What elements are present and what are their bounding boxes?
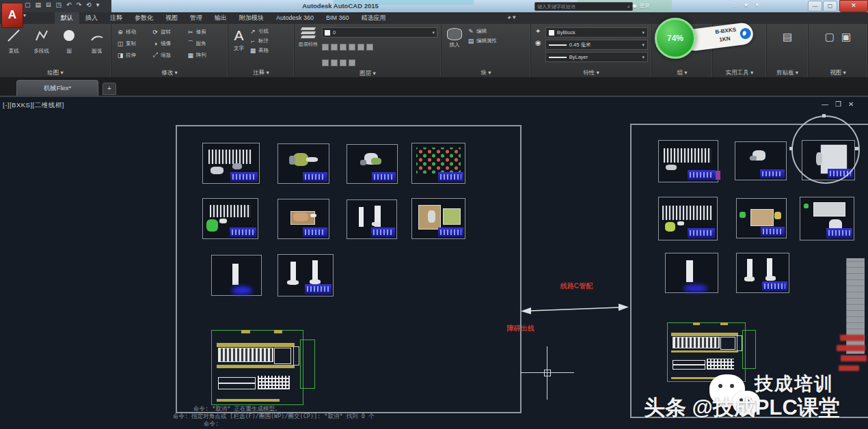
- saveas-icon[interactable]: ◳: [56, 1, 62, 8]
- block-tool-编辑[interactable]: ✎编辑: [467, 28, 497, 35]
- modify-tool-修剪[interactable]: ✂修剪: [187, 29, 222, 36]
- modify-tool-镜像[interactable]: ◑镜像: [152, 39, 187, 48]
- 圆-tool-button[interactable]: 圆: [62, 28, 77, 55]
- panel-label-view[interactable]: 视图 ▾: [809, 68, 867, 77]
- block-thumbnail[interactable]: [202, 198, 258, 239]
- block-thumbnail[interactable]: [658, 197, 718, 240]
- panel-label-annotate[interactable]: 注释 ▾: [228, 68, 294, 77]
- panel-label-utilities[interactable]: 实用工具 ▾: [713, 68, 766, 77]
- drawing-close-button[interactable]: ✕: [848, 100, 854, 108]
- viewport-icon[interactable]: ▢: [825, 31, 835, 43]
- titlebar-helper-icon[interactable]: ★: [743, 1, 748, 8]
- modify-tool-圆角[interactable]: ⌒圆角: [187, 39, 222, 48]
- panel-label-block[interactable]: 块 ▾: [442, 68, 530, 77]
- ribbon-tab-参数化[interactable]: 参数化: [128, 12, 159, 24]
- modify-tool-拉伸[interactable]: ◨拉伸: [117, 51, 152, 59]
- ribbon-tab-输出[interactable]: 输出: [208, 12, 233, 24]
- drawing-restore-button[interactable]: ❐: [835, 100, 841, 108]
- block-thumbnail[interactable]: [277, 143, 329, 184]
- assembly-drawing[interactable]: [665, 320, 757, 385]
- titlebar-helper-icon[interactable]: ⌂: [733, 1, 736, 8]
- lineweight-dropdown[interactable]: 0.45 毫米 ▾: [545, 40, 648, 50]
- block-thumbnail[interactable]: [658, 140, 718, 182]
- signin-button[interactable]: ◉ 登录: [632, 2, 650, 10]
- layer-properties-button[interactable]: 图层特性: [299, 27, 318, 69]
- drawing-canvas[interactable]: [-][BXKS][二维线框] — ❐ ✕ 线路C管配 障碍出线 命令: *取消…: [0, 96, 868, 429]
- assembly-drawing[interactable]: [209, 327, 317, 409]
- application-menu-caret-icon[interactable]: ▾: [23, 12, 26, 18]
- linetype-dropdown[interactable]: ByLayer ▾: [545, 52, 648, 62]
- 圆弧-tool-button[interactable]: 圆弧: [90, 28, 105, 55]
- match-properties-icon[interactable]: ✦: [535, 27, 541, 35]
- block-thumbnail[interactable]: [277, 254, 334, 296]
- object-color-dropdown[interactable]: ByBlock ▾: [545, 27, 648, 38]
- undo-icon[interactable]: ↷: [77, 1, 82, 8]
- block-thumbnail[interactable]: [411, 198, 465, 239]
- search-input[interactable]: 键入关键字或短语 ⌕: [534, 2, 633, 11]
- search-icon[interactable]: ⌕: [627, 3, 630, 10]
- panel-label-properties[interactable]: 特性 ▾: [531, 68, 651, 77]
- block-thumbnail[interactable]: [800, 197, 854, 240]
- block-tool-编辑属性[interactable]: ▤编辑属性: [467, 38, 497, 44]
- print-icon[interactable]: ↶: [66, 1, 72, 8]
- block-thumbnail[interactable]: [665, 253, 718, 293]
- insert-block-button[interactable]: 插入: [447, 28, 462, 68]
- layer-tool-icons[interactable]: [322, 57, 437, 69]
- panel-label-clipboard[interactable]: 剪贴板 ▾: [767, 68, 808, 77]
- panel-label-groups[interactable]: 组 ▾: [652, 68, 712, 77]
- annotate-tool-标注[interactable]: ⌐标注: [249, 38, 269, 44]
- open-icon[interactable]: ▤: [36, 1, 42, 8]
- block-thumbnail[interactable]: [411, 143, 465, 184]
- ribbon-tab-视图[interactable]: 视图: [159, 12, 184, 24]
- modify-tool-旋转[interactable]: ⟳旋转: [152, 29, 187, 36]
- layer-tool-icons[interactable]: [322, 41, 437, 53]
- color-wheel-icon[interactable]: ◉: [535, 39, 541, 46]
- viewport-controls-label[interactable]: [-][BXKS][二维线框]: [3, 101, 64, 110]
- ribbon-tab-附加模块[interactable]: 附加模块: [233, 12, 270, 24]
- block-thumbnail[interactable]: [211, 255, 262, 296]
- ribbon-tab-插入[interactable]: 插入: [79, 12, 104, 24]
- minimize-button[interactable]: —: [808, 1, 822, 12]
- drawing-minimize-button[interactable]: —: [822, 100, 828, 108]
- 多段线-tool-button[interactable]: 多段线: [34, 28, 50, 55]
- modify-tool-阵列[interactable]: ▦阵列: [187, 51, 222, 59]
- block-thumbnail[interactable]: [736, 198, 787, 238]
- named-views-icon[interactable]: ▣: [841, 31, 851, 43]
- block-thumbnail[interactable]: [736, 253, 789, 293]
- ribbon-tab-默认[interactable]: 默认: [55, 12, 79, 24]
- modify-tool-移动[interactable]: ⊕移动: [117, 29, 152, 36]
- titlebar-helper-icon[interactable]: ▾: [756, 1, 759, 8]
- ribbon-tab-管理[interactable]: 管理: [184, 12, 208, 24]
- block-thumbnail[interactable]: [202, 143, 260, 184]
- maximize-button[interactable]: ▢: [823, 1, 837, 12]
- save-icon[interactable]: ⊟: [46, 1, 51, 8]
- panel-label-draw[interactable]: 绘图 ▾: [0, 68, 111, 77]
- redo-icon[interactable]: ⟲: [86, 1, 92, 8]
- layer-dropdown[interactable]: 0 ▾: [322, 27, 437, 38]
- tab-options-icon[interactable]: ◕ ▾: [507, 14, 515, 20]
- block-thumbnail[interactable]: [735, 141, 787, 180]
- block-thumbnail[interactable]: [347, 144, 398, 184]
- panel-label-modify[interactable]: 修改 ▾: [111, 68, 228, 77]
- application-menu-button[interactable]: A: [1, 3, 23, 28]
- new-icon[interactable]: ▢: [25, 1, 31, 8]
- close-button[interactable]: ✕: [839, 0, 868, 12]
- block-thumbnail[interactable]: [277, 199, 329, 239]
- panel-label-layers[interactable]: 图层 ▾: [295, 69, 441, 77]
- annotate-tool-引线[interactable]: ↗引线: [249, 28, 269, 35]
- block-thumbnail[interactable]: [347, 199, 397, 239]
- qat-dropdown-icon[interactable]: ▾: [96, 1, 100, 8]
- new-tab-button[interactable]: +: [103, 83, 116, 95]
- paste-icon[interactable]: ▤: [783, 31, 792, 43]
- modify-tool-缩放[interactable]: ⤢缩放: [152, 51, 187, 59]
- 直线-tool-button[interactable]: 直线: [6, 28, 21, 55]
- ribbon-tab-精选应用[interactable]: 精选应用: [355, 12, 392, 24]
- ribbon-tab-注释[interactable]: 注释: [104, 12, 128, 24]
- ribbon-tab-Autodesk 360[interactable]: Autodesk 360: [270, 12, 320, 24]
- drawing-file-tab[interactable]: 机械Flex*: [16, 80, 98, 96]
- annotate-tool-表格[interactable]: ▦表格: [249, 47, 269, 54]
- text-tool-button[interactable]: A 文字: [234, 28, 244, 68]
- titlebar-helper-icons[interactable]: ⌂★▾: [733, 1, 759, 8]
- modify-tool-复制[interactable]: ◫复制: [117, 39, 152, 48]
- ribbon-tab-BIM 360[interactable]: BIM 360: [320, 12, 355, 24]
